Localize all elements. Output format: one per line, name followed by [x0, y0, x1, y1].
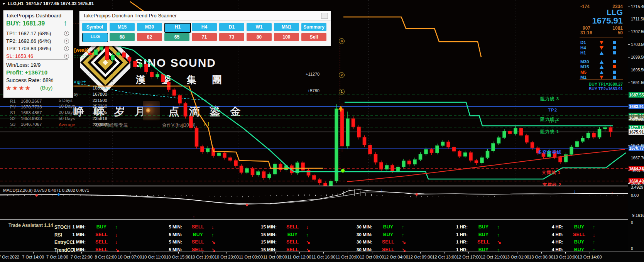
ta-arrow-down-icon: ↘ — [306, 239, 310, 245]
info-icon[interactable]: ! — [64, 54, 69, 59]
candle-body — [413, 159, 417, 164]
candle-body — [497, 138, 500, 144]
ta-timeframe-label: 4 HR: — [536, 232, 563, 237]
price-scale[interactable]: 3.4929 0.00 -9.1616 0 0 1687.551683.9116… — [628, 0, 644, 252]
trend-up-triangle-icon — [600, 51, 603, 55]
trend-up-triangle-icon — [600, 65, 603, 69]
candle-body — [469, 152, 473, 161]
scanner-header-summary[interactable]: Summary — [301, 23, 326, 31]
time-axis-label: 12 Oct 00:00 — [360, 255, 384, 259]
dashboard-level-row: TP3: 1703.84 (36%)! — [6, 46, 51, 51]
scanner-minimize-button[interactable]: - — [321, 13, 328, 19]
scanner-cell-100[interactable]: 100 — [274, 33, 299, 41]
scanner-cell-71[interactable]: 71 — [192, 33, 217, 41]
ta-arrow-down-icon: ↓ — [115, 239, 118, 245]
candle-body — [391, 165, 394, 171]
candle-body — [223, 153, 226, 157]
scanner-header-h1[interactable]: H1 — [164, 23, 191, 33]
candle-body — [139, 64, 142, 67]
scanner-cell-sell[interactable]: Sell — [301, 33, 326, 41]
ta-timeframe-label: 1 MIN: — [58, 225, 86, 229]
ta-timeframe-label: 5 MIN: — [154, 232, 182, 237]
candle-body — [201, 147, 204, 152]
scanner-cell-80[interactable]: 80 — [247, 33, 272, 41]
time-axis-label: 12 Oct 13:00 — [432, 255, 456, 259]
bar-timer: 31:16 — [580, 30, 592, 35]
candle-body — [598, 129, 601, 137]
overlay-separator-2 — [580, 79, 623, 80]
candle-body — [402, 161, 406, 167]
ta-signal: BUY — [187, 232, 209, 237]
candle-body — [396, 167, 400, 171]
scanner-title-bar[interactable]: TakePropips Donchian Trend Pro Scanner - — [79, 11, 331, 20]
time-axis-tick — [565, 252, 566, 254]
candle-body — [553, 151, 556, 157]
buy-signal-row: BUY: 1681.39 ↑ — [6, 20, 45, 27]
scanner-cell-llg[interactable]: LLG — [82, 33, 108, 42]
candle-body — [156, 74, 159, 77]
scanner-header-h4[interactable]: H4 — [192, 23, 217, 31]
candle-body — [184, 103, 187, 117]
scanner-cell-65[interactable]: 65 — [164, 33, 189, 41]
ta-timeframe-label: 1 MIN: — [58, 247, 86, 252]
scanner-header-w1[interactable]: W1 — [247, 23, 272, 31]
scanner-header-mn1[interactable]: MN1 — [274, 23, 299, 31]
buy-arrow-icon: ↑ — [63, 19, 67, 27]
scale-tick-label: 1671.60 — [631, 143, 644, 148]
scale-tick-mark — [628, 120, 630, 120]
scanner-header-d1[interactable]: D1 — [219, 23, 244, 31]
ta-timeframe-label: 1 HR: — [440, 232, 468, 237]
buy-signal-price: 1681.39 — [22, 20, 45, 27]
time-axis-tick — [299, 252, 300, 254]
candle-body — [609, 127, 612, 132]
trend-square-icon — [613, 71, 616, 74]
profit-row: Profit: +136710 — [6, 69, 47, 76]
time-axis-tick — [468, 252, 469, 254]
ta-timeframe-label: 15 MIN: — [249, 225, 277, 229]
info-icon[interactable]: ! — [64, 46, 69, 51]
price-badge: 1687.55 — [629, 92, 644, 98]
scale-tick-mark — [628, 7, 630, 7]
scanner-cell-82[interactable]: 82 — [137, 33, 162, 41]
symbol-dropdown-icon[interactable] — [2, 3, 5, 5]
time-axis-tick — [154, 252, 154, 254]
candle-body — [318, 179, 321, 183]
time-axis[interactable]: 7 Oct 20227 Oct 14:007 Oct 18:007 Oct 22… — [0, 252, 644, 262]
overlay-separator — [580, 37, 623, 37]
time-axis-label: 8 Oct 02:00 — [95, 255, 117, 259]
candle-body — [329, 181, 333, 186]
scale-tick-label: 1699.50 — [631, 55, 644, 59]
ta-signal: SELL — [90, 239, 113, 245]
candle-body — [324, 183, 327, 186]
scanner-header-m15[interactable]: M15 — [110, 23, 135, 31]
success-rate-row: Success Rate: 68% — [6, 77, 53, 83]
candle-body — [245, 168, 249, 172]
scanner-cell-68[interactable]: 68 — [110, 33, 135, 41]
timeframe-trend-row: H4 — [580, 46, 623, 51]
candle-body — [279, 164, 282, 170]
stat-top-left: -174 — [580, 4, 590, 9]
ta-arrow-up-icon: ↑ — [593, 224, 595, 230]
ta-timeframe-label: 15 MIN: — [249, 232, 277, 237]
candle-body — [268, 174, 271, 178]
candle-body — [172, 90, 176, 95]
info-icon[interactable]: ! — [64, 39, 69, 44]
scanner-cell-73[interactable]: 73 — [219, 33, 244, 41]
time-axis-tick — [541, 252, 542, 254]
ta-signal: BUY — [377, 224, 399, 230]
scanner-header-m30[interactable]: M30 — [137, 23, 162, 31]
time-axis-label: 10 Oct 15:00 — [166, 255, 190, 259]
ta-timeframe-label: 1 MIN: — [58, 240, 86, 244]
scale-tick-mark — [628, 171, 630, 171]
candle-body — [189, 117, 193, 128]
info-icon[interactable]: ! — [64, 31, 69, 36]
candle-body — [335, 109, 338, 181]
buy-signal-label: BUY: — [6, 20, 21, 27]
macd-indicator-panel[interactable]: MACD(12,26,9) 0.6753 0.4071 0.2682 0.407… — [0, 186, 628, 219]
time-axis-label: 10 Oct 19:00 — [190, 255, 215, 259]
ta-signal: BUY — [377, 232, 399, 237]
scanner-header-symbol[interactable]: Symbol — [82, 23, 107, 31]
candle-body — [134, 61, 137, 67]
ta-arrow-down-icon: ↘ — [402, 239, 406, 245]
candle-body — [122, 52, 126, 57]
